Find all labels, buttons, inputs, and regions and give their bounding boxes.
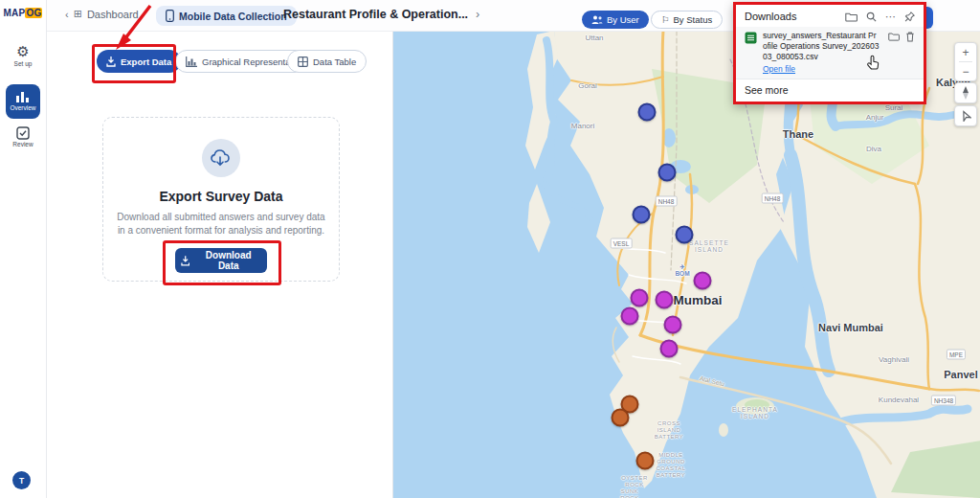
show-in-folder-icon[interactable] [888,32,900,41]
map-label: Manori [571,122,594,130]
sidebar-item-review[interactable]: Review [0,126,46,147]
export-panel: Export Data Graphical Representation Dat… [46,31,392,498]
map-label: Atal Setu [699,374,724,388]
map-label: Uttan [585,34,603,42]
download-data-button[interactable]: Download Data [175,248,267,273]
export-data-tab[interactable]: Export Data [97,50,181,73]
zoom-in-button[interactable]: + [955,43,976,61]
export-card-description: Download all submitted answers and surve… [117,211,325,238]
map-label: OYSTER ROCK [621,475,648,488]
users-icon [591,15,603,24]
open-file-link[interactable]: Open file [763,64,795,74]
survey-point-blue[interactable] [638,103,657,122]
map-label: Mumbai [673,293,722,308]
survey-point-blue[interactable] [633,206,651,224]
navigation-arrow-icon [960,110,971,122]
back-chevron-icon[interactable]: ‹ [65,9,69,20]
download-item-row[interactable]: survey_answers_Restaurant Profile Operat… [736,27,924,79]
collection-label: Mobile Data Collection [179,11,287,22]
survey-point-magenta[interactable] [656,291,674,309]
gear-icon: ⚙ [0,44,46,59]
sidebar: MAPOG ⚙ Set up Overview Review T [0,0,47,498]
export-card-title: Export Survey Data [159,189,282,204]
cursor-icon [866,55,881,72]
export-survey-card: Export Survey Data Download all submitte… [102,117,340,282]
map-label: Vaghivali [879,355,909,364]
by-user-button[interactable]: By User [582,11,649,29]
map-label: Surai [885,103,903,112]
map-label: ✈ BOM [675,263,689,278]
data-table-tab[interactable]: Data Table [287,50,367,73]
survey-point-magenta[interactable] [631,289,649,307]
map-label: ELEPHANTA ISLAND [732,406,778,420]
map-label: Anjur [866,113,884,122]
downloads-popup: Downloads ⋯ survey_answ [733,2,926,104]
road-badge: NH48 [762,193,784,204]
page-title: Restaurant Profile & Operation... › [283,8,479,21]
mobile-icon [166,10,174,22]
downloads-title: Downloads [745,11,845,22]
folder-icon[interactable] [845,11,858,22]
checkbox-icon [16,126,30,140]
sidebar-item-overview[interactable]: Overview [6,84,40,119]
more-icon[interactable]: ⋯ [885,13,896,19]
breadcrumb-label[interactable]: Dashboard [87,9,139,20]
export-icon [106,57,116,67]
bar-chart-icon [16,92,30,102]
map-label: Gorai [578,81,597,90]
compass-icon [961,86,970,100]
map-label: Panvel [944,369,977,381]
by-status-button[interactable]: ⚐ By Status [651,11,723,29]
map-label: Diva [866,145,881,153]
survey-point-magenta[interactable] [664,316,682,334]
search-icon[interactable] [866,11,877,22]
sidebar-item-label: Overview [10,104,35,111]
delete-icon[interactable] [905,32,915,42]
download-icon [181,256,189,266]
chart-icon [186,57,197,67]
see-more-link[interactable]: See more [736,79,924,102]
map-zoom-controls: + − [954,42,977,81]
map-label: SALSETTE ISLAND [689,239,729,254]
sidebar-item-setup[interactable]: ⚙ Set up [0,44,46,67]
csv-file-icon [745,32,757,44]
compass-control[interactable] [954,82,977,103]
sidebar-item-label: Set up [0,60,46,67]
download-file-name: survey_answers_Restaurant Profile Operat… [763,31,880,62]
road-badge: MPE [947,350,966,360]
dashboard-grid-icon: ⊞ [74,8,82,20]
locate-control[interactable] [954,105,977,126]
survey-point-magenta[interactable] [660,340,679,358]
table-grid-icon [298,57,308,67]
road-badge: NH348 [931,396,956,406]
road-badge: NH48 [656,196,678,207]
map-label: Navi Mumbai [818,322,883,334]
app-logo: MAPOG [0,8,46,18]
chevron-right-icon[interactable]: › [476,8,479,21]
breadcrumb[interactable]: ‹ ⊞ Dashboard [65,8,139,20]
map-label: SUNK ROCK [620,488,638,498]
map-label: Thane [783,128,813,141]
survey-point-blue[interactable] [676,226,694,244]
flag-icon: ⚐ [661,14,670,25]
survey-point-magenta[interactable] [694,272,712,290]
map-label: MIDDLE GROUND COASTAL BATTERY [656,452,685,479]
collection-pill[interactable]: Mobile Data Collection [156,6,297,26]
sidebar-item-label: Review [0,141,46,147]
pin-icon[interactable] [904,11,915,22]
survey-point-blue[interactable] [658,164,677,182]
cloud-download-icon [202,139,240,177]
road-badge: VESL [611,238,633,249]
map-label: Kundevahal [879,396,919,404]
app-window: UttanGoraiManoriMankoliSuraiAnjurDivaKal… [0,0,980,498]
survey-point-orange[interactable] [612,409,630,427]
survey-point-magenta[interactable] [621,307,639,326]
zoom-out-button[interactable]: − [955,62,976,80]
map-label: CROSS ISLAND BATTERY [655,420,684,441]
avatar[interactable]: T [12,471,31,489]
survey-point-orange[interactable] [636,452,655,470]
